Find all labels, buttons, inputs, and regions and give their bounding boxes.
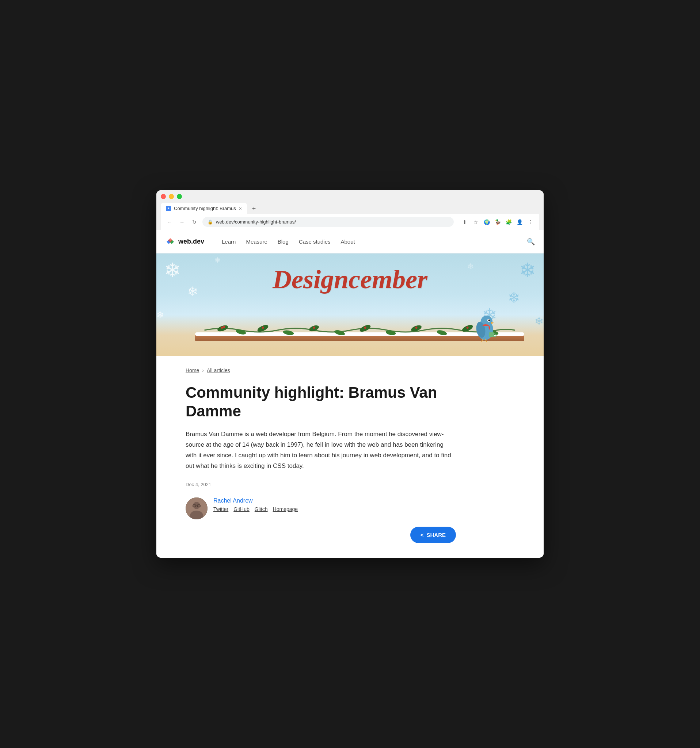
nav-link-about[interactable]: About (341, 239, 355, 245)
author-github-link[interactable]: GitHub (233, 506, 250, 512)
snowflake: ❄ (187, 284, 198, 299)
back-button[interactable]: ← (165, 218, 174, 227)
svg-point-14 (262, 327, 264, 329)
search-icon[interactable]: 🔍 (527, 238, 535, 246)
address-bar-row: ← → ↻ 🔒 web.dev/community-highlight-bram… (161, 214, 539, 230)
svg-line-25 (481, 339, 483, 342)
url-text: web.dev/community-highlight-bramus/ (216, 219, 449, 225)
author-twitter-link[interactable]: Twitter (213, 506, 228, 512)
article-intro: Bramus Van Damme is a web developer from… (186, 429, 456, 471)
nav-link-blog[interactable]: Blog (278, 239, 289, 245)
svg-point-17 (415, 327, 418, 329)
svg-point-3 (283, 330, 294, 336)
tab-favicon-icon (166, 206, 171, 211)
nav-link-case-studies[interactable]: Case studies (299, 239, 331, 245)
logo-text: web.dev (178, 238, 204, 245)
article-date: Dec 4, 2021 (186, 482, 456, 487)
author-name[interactable]: Rachel Andrew (213, 497, 298, 504)
webdev-logo-icon (165, 237, 175, 247)
site-nav: web.dev Learn Measure Blog Case studies … (156, 230, 544, 254)
author-homepage-link[interactable]: Homepage (273, 506, 298, 512)
snowflake: ❄ (534, 315, 544, 328)
breadcrumb: Home › All articles (186, 368, 456, 373)
breadcrumb-home[interactable]: Home (186, 368, 199, 373)
close-button[interactable] (161, 194, 166, 199)
maximize-button[interactable] (177, 194, 182, 199)
svg-rect-24 (489, 332, 494, 337)
tab-close-icon[interactable]: × (239, 206, 242, 211)
browser-chrome: Community highlight: Bramus × + ← → ↻ 🔒 … (156, 190, 544, 230)
new-tab-button[interactable]: + (248, 203, 259, 214)
nav-link-measure[interactable]: Measure (246, 239, 267, 245)
duck-icon[interactable]: 🦆 (493, 218, 502, 227)
snowflake: ❄ (467, 262, 474, 271)
minimize-button[interactable] (169, 194, 174, 199)
article-body: Home › All articles Community highlight:… (156, 356, 485, 557)
earth-icon[interactable]: 🌍 (482, 218, 491, 227)
profile-icon[interactable]: 👤 (515, 218, 524, 227)
share-icon: < (420, 532, 424, 538)
lock-icon: 🔒 (207, 219, 213, 225)
avatar-image (186, 497, 207, 519)
forward-button[interactable]: → (178, 218, 186, 227)
traffic-lights (161, 194, 539, 199)
puzzle-icon[interactable]: 🧩 (504, 218, 513, 227)
hero-banner: ❄ ❄ ❄ ❄ ❄ ❄ ❄ ❄ ❄ Designcember (156, 254, 544, 356)
browser-toolbar: ⬆ ☆ 🌍 🦆 🧩 👤 ⋮ (460, 218, 535, 227)
snowflake: ❄ (215, 255, 221, 265)
snowflake: ❄ (519, 258, 536, 282)
avatar (186, 497, 207, 519)
svg-point-12 (221, 327, 223, 329)
nav-link-learn[interactable]: Learn (222, 239, 236, 245)
svg-point-13 (223, 326, 225, 328)
svg-point-16 (364, 327, 367, 329)
share-label: SHARE (426, 532, 446, 538)
menu-icon[interactable]: ⋮ (526, 218, 535, 227)
svg-point-6 (359, 325, 371, 333)
svg-point-9 (436, 330, 447, 336)
hero-title: Designcember (272, 265, 428, 295)
svg-point-18 (467, 327, 469, 329)
snowflake: ❄ (164, 258, 181, 282)
svg-point-0 (217, 325, 229, 333)
tabs-row: Community highlight: Bramus × + (161, 203, 539, 214)
breadcrumb-all-articles[interactable]: All articles (207, 368, 230, 373)
browser-tab[interactable]: Community highlight: Bramus × (161, 203, 247, 214)
bookmark-icon[interactable]: ☆ (471, 218, 480, 227)
tab-title: Community highlight: Bramus (174, 206, 236, 211)
site-nav-links: Learn Measure Blog Case studies About (222, 239, 355, 245)
svg-point-22 (488, 319, 490, 321)
svg-point-15 (313, 327, 315, 329)
share-button-container: < SHARE (186, 527, 456, 543)
author-glitch-link[interactable]: Glitch (255, 506, 268, 512)
snowflake: ❄ (156, 310, 164, 320)
address-bar[interactable]: 🔒 web.dev/community-highlight-bramus/ (202, 217, 454, 227)
bird (470, 306, 500, 343)
site-content: web.dev Learn Measure Blog Case studies … (156, 230, 544, 557)
share-page-icon[interactable]: ⬆ (460, 218, 469, 227)
author-links: Twitter GitHub Glitch Homepage (213, 506, 298, 512)
share-button[interactable]: < SHARE (410, 527, 456, 543)
breadcrumb-separator: › (202, 368, 204, 373)
author-info: Rachel Andrew Twitter GitHub Glitch Home… (213, 497, 298, 512)
svg-point-5 (333, 330, 345, 336)
svg-point-28 (193, 502, 200, 509)
site-logo[interactable]: web.dev (165, 237, 204, 247)
browser-window: Community highlight: Bramus × + ← → ↻ 🔒 … (156, 190, 544, 557)
author-section: Rachel Andrew Twitter GitHub Glitch Home… (186, 497, 456, 519)
snowflake: ❄ (508, 289, 520, 306)
article-title: Community highlight: Bramus Van Damme (186, 383, 456, 420)
reload-button[interactable]: ↻ (190, 218, 199, 227)
